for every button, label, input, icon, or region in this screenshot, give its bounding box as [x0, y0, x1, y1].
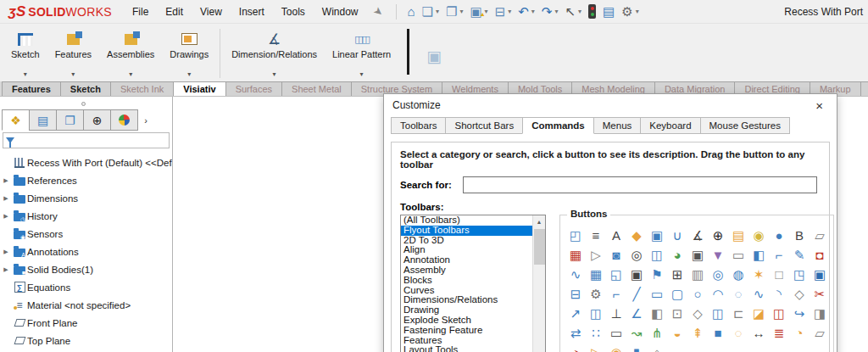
dropdown-caret-icon[interactable]: ▾: [360, 70, 364, 80]
command-button-icon[interactable]: ∷: [586, 323, 606, 343]
pin-icon[interactable]: ➤: [370, 3, 386, 20]
linear-pattern-flyout-button[interactable]: ◫◫Linear Pattern▾: [325, 25, 398, 81]
command-button-icon[interactable]: ◇: [687, 304, 708, 323]
command-button-icon[interactable]: ∠: [626, 304, 647, 323]
command-button-icon[interactable]: ⊏: [728, 304, 748, 323]
command-button-icon[interactable]: ⊥: [606, 304, 626, 323]
command-button-icon[interactable]: ○: [687, 284, 708, 304]
command-button-icon[interactable]: ▣: [687, 245, 708, 265]
command-button-icon[interactable]: ■: [708, 323, 728, 343]
feature-tree-filter[interactable]: [3, 132, 170, 148]
expand-arrow-icon[interactable]: ▶: [0, 266, 12, 273]
command-button-icon[interactable]: ◱: [606, 265, 626, 284]
command-button-icon[interactable]: ≣: [769, 323, 789, 343]
command-button-icon[interactable]: ▱: [810, 226, 830, 245]
command-button-icon[interactable]: ▢: [667, 284, 687, 304]
search-input[interactable]: [463, 176, 817, 193]
command-button-icon[interactable]: ▦: [565, 245, 586, 265]
tab-sheet-metal[interactable]: Sheet Metal: [281, 81, 352, 96]
tree-item-material[interactable]: ≡Material <not specified>: [0, 296, 172, 314]
command-button-icon[interactable]: ⋔: [647, 323, 667, 343]
redo-button[interactable]: ↷▾: [538, 3, 562, 20]
tree-item-top[interactable]: Top Plane: [0, 332, 172, 349]
menu-file[interactable]: File: [124, 2, 157, 22]
command-button-icon[interactable]: ⊟: [565, 284, 586, 304]
configurationmanager-tab[interactable]: ❐: [56, 109, 84, 131]
command-button-icon[interactable]: ◎: [626, 245, 647, 265]
command-button-icon[interactable]: ◫: [769, 304, 789, 323]
dialog-title-bar[interactable]: Customize ×: [384, 94, 837, 116]
features-flyout-button[interactable]: Features▾: [47, 25, 99, 81]
tree-item-annotations[interactable]: ▶AAnnotations: [0, 243, 172, 260]
command-button-icon[interactable]: ⌐: [769, 245, 789, 265]
command-button-icon[interactable]: ▼: [708, 245, 728, 265]
dialog-tab-mouse-gestures[interactable]: Mouse Gestures: [700, 117, 790, 134]
command-button-icon[interactable]: □: [769, 265, 789, 284]
command-button-icon[interactable]: ◫: [647, 245, 667, 265]
tree-item-sensors[interactable]: ◉Sensors: [0, 225, 172, 243]
command-button-icon[interactable]: ∿: [748, 284, 769, 304]
tree-item-front[interactable]: Front Plane: [0, 314, 172, 332]
dropdown-caret-icon[interactable]: ▾: [129, 70, 132, 80]
dropdown-caret-icon[interactable]: ▾: [459, 8, 463, 15]
command-button-icon[interactable]: ⇞: [687, 323, 708, 343]
menu-view[interactable]: View: [192, 2, 231, 22]
menu-tools[interactable]: Tools: [273, 2, 314, 22]
command-button-icon[interactable]: ◍: [728, 265, 748, 284]
command-button-icon[interactable]: ◙: [606, 245, 626, 265]
dialog-tab-keyboard[interactable]: Keyboard: [640, 117, 700, 134]
command-button-icon[interactable]: ▮: [626, 343, 647, 352]
panel-collapse-handle[interactable]: [81, 102, 86, 106]
dropdown-caret-icon[interactable]: ▾: [531, 8, 535, 15]
command-button-icon[interactable]: ◒: [667, 323, 687, 343]
scrollbar-thumb[interactable]: [534, 229, 545, 265]
print-button[interactable]: ⊟▾: [492, 3, 515, 20]
command-button-icon[interactable]: ◪: [748, 304, 769, 323]
listbox-scrollbar[interactable]: ▲: [532, 215, 545, 352]
command-button-icon[interactable]: ◧: [647, 304, 667, 323]
dropdown-caret-icon[interactable]: ▾: [578, 8, 581, 15]
new-document-button[interactable]: ❏▾: [418, 3, 442, 20]
command-button-icon[interactable]: ✶: [748, 265, 769, 284]
assemblies-flyout-button[interactable]: Assemblies▾: [99, 25, 162, 81]
command-button-icon[interactable]: ◉: [606, 343, 626, 352]
expand-arrow-icon[interactable]: ▶: [0, 249, 12, 255]
toolbars-list-item-flyout-toolbars[interactable]: Flyout Toolbars: [401, 226, 532, 236]
performance-evaluation-button[interactable]: [585, 3, 599, 20]
tree-item-dimensions[interactable]: ▶Dimensions: [0, 189, 172, 207]
command-button-icon[interactable]: ◳: [789, 265, 810, 284]
tab-features[interactable]: Features: [2, 81, 61, 96]
panel-expand-icon[interactable]: ›: [137, 109, 154, 131]
command-button-icon[interactable]: ∡: [687, 226, 708, 245]
dropdown-caret-icon[interactable]: ▾: [508, 8, 511, 15]
command-button-icon[interactable]: ▭: [647, 284, 667, 304]
command-button-icon[interactable]: ⊡: [667, 304, 687, 323]
tab-evaluate[interactable]: Evaluate: [860, 81, 868, 96]
tab-sketch[interactable]: Sketch: [60, 81, 111, 96]
menu-edit[interactable]: Edit: [157, 2, 192, 22]
command-button-icon[interactable]: ◧: [748, 245, 769, 265]
tab-sketch-ink[interactable]: Sketch Ink: [110, 81, 174, 96]
command-button-icon[interactable]: ∪: [667, 226, 687, 245]
drawings-flyout-button[interactable]: Drawings▾: [162, 25, 216, 81]
command-button-icon[interactable]: ◨: [810, 304, 830, 323]
command-button-icon[interactable]: ◌: [728, 284, 748, 304]
command-button-icon[interactable]: ⚑: [647, 265, 667, 284]
sketch-flyout-button[interactable]: Sketch▾: [3, 25, 47, 81]
command-button-icon[interactable]: ⚙: [586, 284, 606, 304]
command-button-icon[interactable]: ▷: [586, 343, 606, 352]
command-button-icon[interactable]: ●: [769, 226, 789, 245]
tree-item-history[interactable]: ▶◷History: [0, 207, 172, 225]
command-button-icon[interactable]: ▤: [728, 226, 748, 245]
command-button-icon[interactable]: ◉: [748, 226, 769, 245]
dialog-tab-menus[interactable]: Menus: [593, 117, 642, 134]
command-button-icon[interactable]: ◔: [789, 323, 810, 343]
toolbars-list-item-fastening-feature[interactable]: Fastening Feature: [401, 326, 532, 336]
dropdown-caret-icon[interactable]: ▾: [24, 70, 27, 80]
scroll-up-icon[interactable]: ▲: [533, 215, 545, 228]
command-button-icon[interactable]: ⊕: [708, 226, 728, 245]
command-button-icon[interactable]: ◫: [708, 304, 728, 323]
command-button-icon[interactable]: B: [789, 226, 810, 245]
command-button-icon[interactable]: ◝: [769, 284, 789, 304]
command-button-icon[interactable]: ∿: [565, 265, 586, 284]
